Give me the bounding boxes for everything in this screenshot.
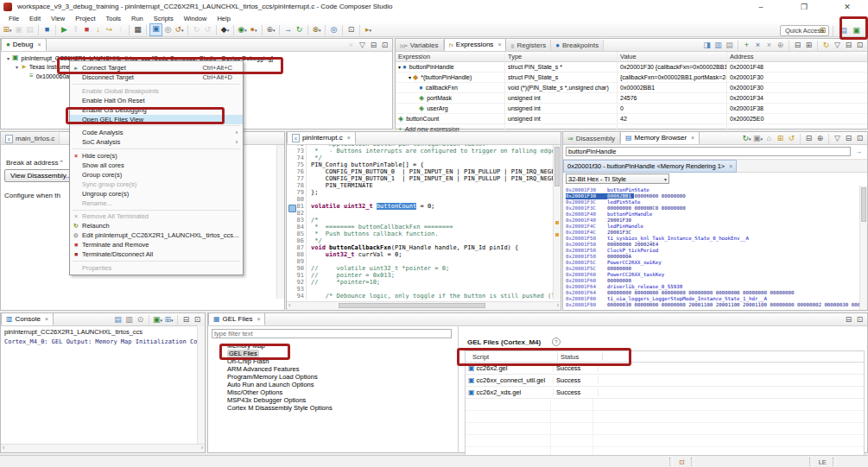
expanded-arrow-icon[interactable]: ▾ <box>13 64 21 70</box>
gel-tree-item-gel-files[interactable]: GEL Files <box>208 350 457 357</box>
tab-debug[interactable]: ●Debug× <box>1 38 47 51</box>
close-window-button[interactable]: ✕ <box>836 2 858 12</box>
refresh-target-icon[interactable]: ↻ <box>294 24 305 35</box>
minimize-icon[interactable]: ⊟ <box>181 314 192 325</box>
gel-tree-item-memory-map[interactable]: Memory Map <box>208 342 457 350</box>
link-views-icon[interactable]: ⊕ <box>814 133 826 144</box>
terminate-icon[interactable]: ■ <box>81 24 92 35</box>
step-over-icon[interactable]: ↪ <box>104 24 115 35</box>
gel-script-row-cc26x2-xds-gel[interactable]: ▣cc26x2_xds.gelSuccess <box>466 387 864 399</box>
left-editor-vertical-scrollbar[interactable] <box>276 145 284 299</box>
memory-word[interactable]: 00002BB1 <box>607 193 634 199</box>
menu-help[interactable]: Help <box>212 15 235 22</box>
memory-word[interactable]: 0000000A <box>607 254 631 259</box>
memory-value-line[interactable]: 0x20001F3000002BB1 00006000 00000000 <box>566 193 867 199</box>
minimize-window-button[interactable]: – <box>750 2 772 12</box>
memory-word[interactable]: 00000002 <box>797 302 824 307</box>
overview-annotation-marker[interactable] <box>555 221 559 224</box>
restart-icon[interactable]: ↺▾ <box>174 24 185 35</box>
memory-value-line[interactable]: 0x20001F5000000000 200024E4 <box>566 242 867 248</box>
expanded-arrow-icon[interactable]: ▾ <box>4 55 12 61</box>
memory-vertical-scrollbar[interactable] <box>859 186 867 310</box>
remove-expression-icon[interactable]: × <box>752 40 763 51</box>
memory-label-line[interactable]: 0x20001F80ti_uia_loggers_LoggerStopMode_… <box>566 296 867 302</box>
view-disassembly-button[interactable]: View Disassembly... <box>4 169 78 182</box>
gel-tree-item-auto-run-and-launch-options[interactable]: Auto Run and Launch Options <box>208 381 457 388</box>
memory-value-line[interactable]: 0x20001F6000000000 <box>566 278 867 284</box>
menu-item-hide-core-s[interactable]: ×Hide core(s) <box>70 151 243 161</box>
line-number[interactable]: 88 <box>287 251 307 258</box>
scroll-lock-icon[interactable]: ▥ <box>124 314 135 325</box>
menu-item-enable-os-debugging[interactable]: Enable OS Debugging <box>70 105 243 115</box>
flash-icon[interactable]: ◉▾ <box>237 24 248 35</box>
gel-filter-input[interactable] <box>212 329 452 338</box>
minimize-icon[interactable]: ⊟ <box>368 40 379 51</box>
ccs-edit-perspective-icon[interactable]: ▤ <box>838 25 849 36</box>
memory-word[interactable]: 00000000 <box>716 290 743 295</box>
memory-word[interactable]: 00000000 <box>634 302 661 307</box>
expanded-arrow-icon[interactable]: ▾ <box>409 74 411 80</box>
gel-script-row-cc26x2-gel[interactable]: ▣cc26x2.gelSuccess <box>466 363 864 375</box>
line-number[interactable]: 77 <box>287 175 307 182</box>
maximize-icon[interactable]: ⊡ <box>854 40 865 51</box>
editor-vertical-scrollbar[interactable] <box>553 145 561 300</box>
menu-run[interactable]: Run <box>126 15 149 22</box>
show-type-names-icon[interactable]: ◨ <box>701 40 713 51</box>
close-icon[interactable]: × <box>257 316 260 322</box>
open-windows-icon[interactable]: ⊡ <box>345 24 357 35</box>
memory-address-input[interactable] <box>566 147 851 156</box>
memory-word[interactable]: 00000030 <box>824 302 851 307</box>
gel-tree-item-arm-advanced-features[interactable]: ARM Advanced Features <box>208 365 457 373</box>
memory-word[interactable]: 00000000 <box>770 302 797 307</box>
help-icon[interactable]: ? <box>552 338 561 346</box>
gel-tree-item-misc-other-options[interactable]: Misc/Other Options <box>208 388 457 396</box>
tab-registers[interactable]: |||Registers <box>506 40 551 51</box>
expression-row-callbackfxn[interactable]: ●callbackFxnvoid (*)(PIN_State_s *,unsig… <box>396 83 867 93</box>
memory-word[interactable]: 00000000 <box>662 193 686 199</box>
gel-tree-item-program-memory-load-options[interactable]: Program/Memory Load Options <box>208 373 457 381</box>
ccs-debug-perspective-icon[interactable]: ▣ <box>851 25 862 36</box>
column-header-status[interactable]: Status <box>558 353 603 361</box>
expression-row-buttonpinhandle[interactable]: ▾●buttonPinHandlestruct PIN_State_s *0x2… <box>396 62 867 73</box>
column-header-type[interactable]: Type <box>505 52 618 61</box>
tab-expressions[interactable]: ƒxExpressions× <box>444 38 507 51</box>
memory-value-line[interactable]: 0x20001F8000000030 00000000 00000000 200… <box>566 302 867 308</box>
memory-label-line[interactable]: 0x20001F50ti_sysbios_knl_Task_Instance_S… <box>566 236 867 242</box>
line-number[interactable]: 73 <box>287 148 307 155</box>
new-rendering-icon[interactable]: ⊞ <box>775 133 786 144</box>
memory-word[interactable]: 20001100 <box>743 302 770 307</box>
minimize-icon[interactable]: ⊟ <box>843 133 854 144</box>
menu-project[interactable]: Project <box>70 15 100 22</box>
view-menu-icon[interactable]: ▽ <box>832 133 843 144</box>
menu-item-group-core-s[interactable]: Group core(s) <box>70 170 243 180</box>
gel-view-sash[interactable] <box>458 326 459 453</box>
gel-script-row-cc26xx-connect-util-gel[interactable]: ▣cc26xx_connect_util.gelSuccess <box>466 375 864 387</box>
menu-item-edit-pininterrupt-cc26x2r1-launchxl-tirtos-ccs[interactable]: ⊙Edit pinInterrupt_CC26X2R1_LAUNCHXL_tir… <box>70 230 243 240</box>
memory-format-select[interactable]: 32-Bit Hex - TI Style ▾ <box>566 174 669 184</box>
memory-word[interactable]: 00000030 <box>607 302 634 307</box>
menu-item-terminate-disconnect-all[interactable]: ■Terminate/Disconnect All <box>70 249 243 259</box>
line-number[interactable]: 76 <box>287 168 307 175</box>
memory-value-line[interactable]: 0x20001F4820001F30 <box>566 218 867 224</box>
line-number[interactable]: 89 <box>287 258 307 265</box>
memory-word[interactable]: 00000000 <box>607 242 634 247</box>
memory-rendering-tab[interactable]: 0x20001f30 - buttonPinHandle <Memory Ren… <box>563 160 737 173</box>
search-icon[interactable]: ◎ <box>328 24 339 35</box>
line-number[interactable]: 87 <box>287 244 307 251</box>
debug-launch-icon[interactable]: ■ <box>41 24 53 35</box>
gel-tree-item-cortex-m-disassembly-style-options[interactable]: Cortex M Disassembly Style Options <box>208 404 457 412</box>
memory-word[interactable]: 20001100 <box>716 302 743 307</box>
column-header-script[interactable]: Script <box>466 353 558 361</box>
resume-icon[interactable]: ▶ <box>59 24 70 35</box>
new-file-icon[interactable]: ⊞▾ <box>2 24 13 35</box>
go-home-icon[interactable]: ⌂ <box>763 133 775 144</box>
memory-label-line[interactable]: 0x20001F64driverlib_release_0_55938 <box>566 284 867 290</box>
menu-scripts[interactable]: Scripts <box>149 15 179 22</box>
clear-console-icon[interactable]: ▤ <box>112 314 124 325</box>
line-number[interactable]: 91 <box>287 272 307 279</box>
line-number[interactable]: 90 <box>287 265 307 272</box>
code-editor[interactable]: 72 * Application button pin configuratio… <box>287 145 561 300</box>
expression-row-buttonpinhandle[interactable]: ▾◆*(buttonPinHandle)struct PIN_State_s{c… <box>396 73 867 83</box>
menu-item-disconnect-target[interactable]: Disconnect TargetCtrl+Alt+D <box>70 73 243 82</box>
memory-content[interactable]: 0x20001F30buttonPinState0x20001F3000002B… <box>563 186 867 308</box>
